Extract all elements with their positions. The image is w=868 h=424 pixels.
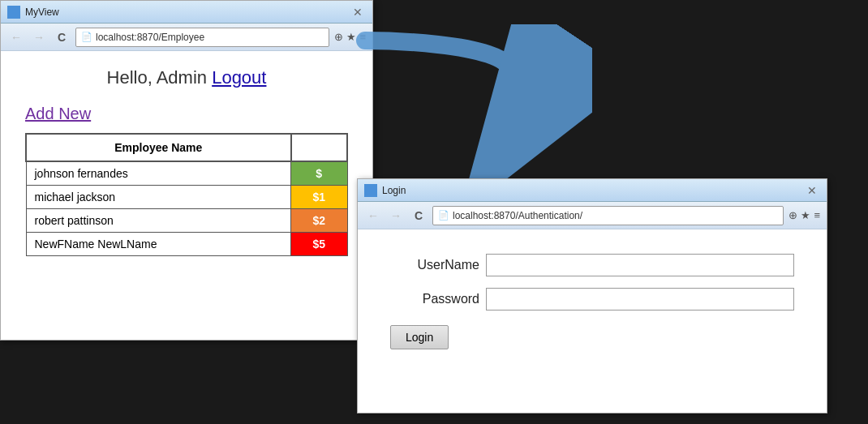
toolbar-icons-2: ⊕ ★ ≡	[789, 209, 820, 221]
search-icon-2[interactable]: ⊕	[789, 209, 797, 221]
login-button[interactable]: Login	[390, 325, 449, 349]
table-row: johnson fernandes$	[26, 161, 347, 186]
close-button-2[interactable]: ✕	[804, 184, 820, 197]
browser-titlebar-2: Login ✕	[358, 179, 827, 202]
page-icon-2	[364, 184, 377, 197]
table-row: michael jackson$1	[26, 186, 347, 209]
search-icon-1[interactable]: ⊕	[334, 31, 343, 43]
employee-name-cell: NewFName NewLName	[26, 233, 291, 256]
star-icon-1[interactable]: ★	[346, 31, 356, 43]
login-page-content: UserName Password Login	[358, 229, 827, 374]
page-icon	[7, 6, 20, 19]
menu-icon-2[interactable]: ≡	[814, 209, 820, 221]
salary-cell: $2	[291, 209, 347, 233]
refresh-button-2[interactable]: C	[410, 207, 428, 225]
password-row: Password	[390, 288, 794, 311]
logout-link[interactable]: Logout	[212, 67, 266, 88]
table-row: robert pattinson$2	[26, 209, 347, 233]
url-text-1: localhost:8870/Employee	[96, 32, 204, 43]
address-bar-2[interactable]: 📄 localhost:8870/Authentication/	[432, 206, 784, 225]
url-text-2: localhost:8870/Authentication/	[453, 210, 582, 221]
hello-line: Hello, Admin Logout	[25, 67, 348, 88]
employee-name-cell: michael jackson	[26, 186, 291, 209]
add-new-link[interactable]: Add New	[25, 105, 91, 123]
employee-table: Employee Name johnson fernandes$michael …	[25, 133, 348, 256]
forward-button-2[interactable]: →	[387, 207, 405, 225]
salary-cell: $	[291, 161, 347, 186]
username-input[interactable]	[486, 254, 794, 276]
column-header-salary	[291, 134, 347, 161]
address-bar-1[interactable]: 📄 localhost:8870/Employee	[75, 28, 329, 47]
back-button-1[interactable]: ←	[7, 28, 25, 46]
table-row: NewFName NewLName$5	[26, 233, 347, 256]
employee-name-cell: robert pattinson	[26, 209, 291, 233]
close-button-1[interactable]: ✕	[350, 6, 366, 19]
column-header-name: Employee Name	[26, 134, 291, 161]
menu-icon-1[interactable]: ≡	[359, 31, 366, 43]
employee-name-cell: johnson fernandes	[26, 161, 291, 186]
tab-title-1: MyView	[25, 6, 350, 18]
username-label: UserName	[390, 258, 479, 272]
browser-window-employee: MyView ✕ ← → C 📄 localhost:8870/Employee…	[0, 0, 373, 340]
password-label: Password	[390, 292, 479, 306]
password-input[interactable]	[486, 288, 794, 311]
refresh-button-1[interactable]: C	[53, 28, 71, 46]
salary-cell: $1	[291, 186, 347, 209]
browser-toolbar-2: ← → C 📄 localhost:8870/Authentication/ ⊕…	[358, 202, 827, 229]
forward-button-1[interactable]: →	[30, 28, 48, 46]
browser-window-login: Login ✕ ← → C 📄 localhost:8870/Authentic…	[357, 178, 827, 413]
hello-text: Hello, Admin	[107, 67, 213, 88]
browser-titlebar-1: MyView ✕	[1, 1, 372, 24]
salary-cell: $5	[291, 233, 347, 256]
star-icon-2[interactable]: ★	[801, 209, 810, 221]
doc-icon-2: 📄	[438, 210, 449, 221]
username-row: UserName	[390, 254, 794, 276]
toolbar-icons-1: ⊕ ★ ≡	[334, 31, 366, 43]
browser-toolbar-1: ← → C 📄 localhost:8870/Employee ⊕ ★ ≡	[1, 24, 372, 51]
back-button-2[interactable]: ←	[364, 207, 382, 225]
doc-icon-1: 📄	[81, 32, 92, 42]
employee-page-content: Hello, Admin Logout Add New Employee Nam…	[1, 51, 372, 272]
tab-title-2: Login	[382, 185, 804, 196]
